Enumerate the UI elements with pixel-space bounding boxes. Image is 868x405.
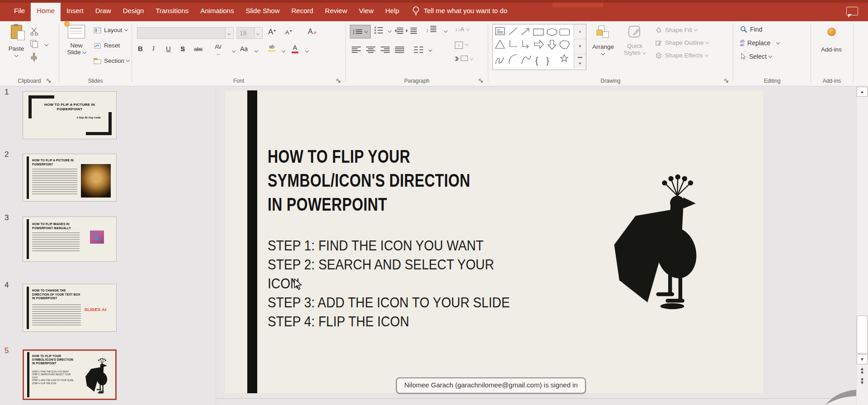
shapes-scroll-down[interactable]: ▼ bbox=[574, 39, 586, 54]
pane-splitter[interactable] bbox=[216, 86, 216, 405]
peacock-icon[interactable] bbox=[573, 171, 710, 312]
menu-slide-show[interactable]: Slide Show bbox=[240, 0, 285, 21]
grow-font-button[interactable]: A▲ bbox=[268, 28, 276, 37]
align-text-button[interactable]: ↕ bbox=[455, 40, 468, 49]
select-button[interactable]: Select bbox=[740, 53, 772, 60]
cut-icon[interactable] bbox=[30, 27, 40, 36]
menu-insert[interactable]: Insert bbox=[61, 0, 90, 21]
font-name-combobox[interactable] bbox=[137, 27, 234, 39]
find-button[interactable]: Find bbox=[740, 26, 762, 33]
clear-formatting-button[interactable]: A bbox=[308, 28, 316, 36]
text-shadow-button[interactable]: S bbox=[180, 45, 185, 52]
bold-button[interactable]: B bbox=[138, 45, 143, 52]
format-painter-icon[interactable] bbox=[30, 52, 39, 62]
character-spacing-button[interactable]: AV ↔ bbox=[215, 44, 222, 57]
comments-icon[interactable] bbox=[846, 7, 858, 15]
copy-icon[interactable] bbox=[30, 39, 39, 48]
strikethrough-button[interactable]: abc bbox=[194, 46, 203, 52]
tell-me-box[interactable]: Tell me what you want to do bbox=[412, 0, 507, 21]
convert-smartart-button[interactable] bbox=[455, 55, 473, 63]
text-direction-button[interactable]: ↓↓A bbox=[455, 26, 469, 33]
layout-button[interactable]: Layout bbox=[94, 27, 127, 33]
highlight-chevron[interactable] bbox=[282, 49, 285, 52]
paragraph-dialog-launcher[interactable] bbox=[478, 78, 484, 84]
slide-steps-text[interactable]: STEP 1: FIND THE ICON YOU WANT STEP 2: S… bbox=[268, 236, 546, 331]
numbering-button[interactable] bbox=[374, 27, 383, 34]
replace-button[interactable]: ab ac Replace bbox=[740, 39, 779, 47]
slide5-thumbnail-selected[interactable]: HOW TO FLIP YOUR SYMBOL/ICON'S DIRECTION… bbox=[23, 349, 117, 400]
align-center-button[interactable] bbox=[366, 47, 375, 53]
drawing-dialog-launcher[interactable] bbox=[724, 78, 729, 84]
justify-button[interactable] bbox=[395, 47, 404, 53]
slide2-thumbnail[interactable]: HOW TO FLIP A PICTURE IN POWERPOINT bbox=[23, 154, 117, 202]
character-spacing-chevron[interactable] bbox=[232, 49, 236, 52]
menu-bar: File Home Insert Draw Design Transitions… bbox=[0, 0, 868, 21]
menu-design[interactable]: Design bbox=[117, 0, 150, 21]
font-size-combobox[interactable]: 18 bbox=[236, 27, 263, 39]
slide1-thumbnail[interactable]: HOW TO FLIP A PICTURE IN POWERPOINT A St… bbox=[23, 91, 117, 139]
increase-indent-button[interactable] bbox=[410, 28, 417, 34]
section-label: Section bbox=[104, 57, 124, 64]
previous-slide-button[interactable]: ▲▲ bbox=[858, 367, 866, 373]
align-right-button[interactable] bbox=[381, 47, 390, 53]
clipboard-dialog-launcher[interactable] bbox=[46, 78, 52, 84]
slide-accent-bar[interactable] bbox=[247, 90, 257, 393]
menu-file[interactable]: File bbox=[8, 0, 31, 21]
font-name-dropdown[interactable] bbox=[225, 28, 233, 38]
paste-button[interactable]: Paste bbox=[5, 25, 27, 59]
menu-draw[interactable]: Draw bbox=[90, 0, 117, 21]
columns-chevron[interactable] bbox=[429, 48, 432, 52]
shape-effects-button[interactable]: Shape Effects bbox=[655, 52, 708, 59]
font-size-dropdown[interactable] bbox=[254, 28, 262, 38]
scroll-up-button[interactable]: ▲ bbox=[857, 87, 868, 97]
shrink-font-button[interactable]: A▼ bbox=[285, 29, 292, 36]
shape-fill-button[interactable]: Shape Fill bbox=[655, 27, 697, 33]
bullets-button[interactable] bbox=[350, 25, 371, 38]
change-case-button[interactable]: Aa bbox=[240, 45, 248, 52]
next-slide-button[interactable]: ▼▼ bbox=[858, 378, 866, 384]
menu-view[interactable]: View bbox=[353, 0, 379, 21]
numbering-chevron[interactable] bbox=[388, 29, 392, 33]
italic-button[interactable]: I bbox=[152, 45, 155, 52]
font-color-button[interactable]: A bbox=[292, 44, 298, 53]
line-spacing-chevron[interactable] bbox=[444, 29, 448, 33]
menu-animations[interactable]: Animations bbox=[194, 0, 240, 21]
font-dialog-launcher[interactable] bbox=[336, 78, 341, 84]
thumb5-peacock-icon bbox=[75, 357, 111, 394]
columns-button[interactable] bbox=[414, 47, 423, 53]
slide-canvas[interactable]: HOW TO FLIP YOUR SYMBOL/ICON'S DIRECTION… bbox=[225, 90, 763, 393]
scrollbar-thumb[interactable] bbox=[857, 316, 868, 353]
section-button[interactable]: Section bbox=[94, 57, 129, 64]
menu-review[interactable]: Review bbox=[319, 0, 353, 21]
copy-dropdown-chevron[interactable] bbox=[45, 42, 48, 46]
reset-button[interactable]: Reset bbox=[94, 42, 120, 49]
scroll-down-button[interactable]: ▼ bbox=[857, 354, 868, 364]
slide3-thumbnail[interactable]: HOW TO FLIP IMAGES IN POWERPOINT MANUALL… bbox=[23, 217, 117, 262]
new-slide-button[interactable]: New Slide bbox=[63, 25, 90, 56]
slide4-thumbnail[interactable]: HOW TO CHANGE THE DIRECTION OF YOUR TEXT… bbox=[23, 284, 117, 332]
line-spacing-button[interactable]: ↕ bbox=[426, 26, 436, 33]
paragraph-group: ↕ ↓↓A ↕ Paragraph bbox=[346, 21, 487, 86]
change-case-chevron[interactable] bbox=[255, 49, 258, 52]
font-color-chevron[interactable] bbox=[305, 49, 309, 52]
slides-group: New Slide Layout Reset bbox=[59, 21, 132, 86]
slide-title[interactable]: HOW TO FLIP YOUR SYMBOL/ICON'S DIRECTION… bbox=[268, 145, 536, 217]
decrease-indent-button[interactable] bbox=[397, 28, 403, 34]
shapes-gallery-more[interactable]: ▼ bbox=[574, 57, 586, 71]
align-left-button[interactable] bbox=[352, 47, 361, 53]
addins-button[interactable]: Add-ins bbox=[816, 26, 846, 53]
thumb5-accent-bar bbox=[27, 352, 29, 397]
shapes-scroll-up[interactable]: ▲ bbox=[574, 24, 586, 39]
replace-label: Replace bbox=[747, 39, 770, 47]
menu-record[interactable]: Record bbox=[285, 0, 319, 21]
menu-help[interactable]: Help bbox=[379, 0, 405, 21]
menu-transitions[interactable]: Transitions bbox=[150, 0, 194, 21]
highlight-button[interactable]: ab bbox=[268, 44, 275, 52]
arrange-button[interactable]: Arrange bbox=[589, 25, 617, 57]
quick-styles-button[interactable]: Quick Styles bbox=[620, 25, 650, 56]
shapes-gallery[interactable]: { } ▲ ▼ ▼ bbox=[492, 24, 586, 70]
menu-home[interactable]: Home bbox=[31, 0, 61, 21]
slide5-number: 5 bbox=[5, 346, 15, 355]
shape-outline-button[interactable]: Shape Outline bbox=[655, 39, 709, 46]
underline-button[interactable]: U bbox=[166, 45, 171, 52]
